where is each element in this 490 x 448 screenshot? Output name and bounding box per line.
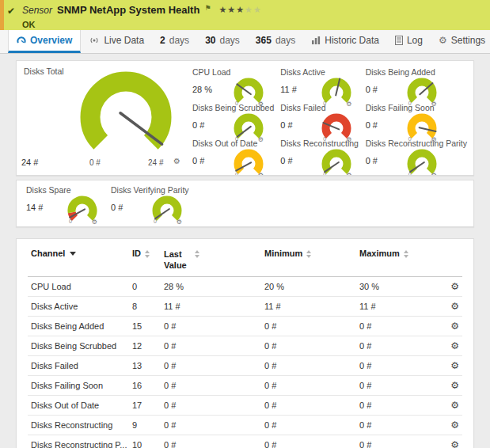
channel-settings-icon[interactable]: ⚙ — [450, 301, 459, 312]
tab-historic-data[interactable]: Historic Data — [303, 30, 387, 53]
channel-actions-cell: ⚙ — [439, 276, 462, 296]
tab-2-days[interactable]: 2 days — [152, 30, 197, 53]
channels-table: Channel ID Last Value Minimum Maximum CP… — [28, 242, 462, 448]
overview-gauge-icon — [17, 36, 26, 45]
channel-name[interactable]: Disks Being Scrubbed — [28, 336, 129, 355]
channel-name[interactable]: Disks Failed — [28, 355, 129, 375]
channel-last-value: 0 # — [161, 435, 261, 448]
gauge-settings-icon[interactable]: ⚙ — [431, 172, 436, 176]
tab-overview[interactable]: Overview — [8, 30, 81, 53]
sort-carets-icon — [306, 250, 311, 258]
channel-settings-icon[interactable]: ⚙ — [450, 281, 459, 292]
gauge-disks-spare: Disks Spare14 #0⚙ — [23, 184, 108, 223]
gauge-scale-min-label: 0 — [235, 172, 238, 176]
channel-settings-icon[interactable]: ⚙ — [450, 360, 459, 371]
gauge-scale-min-label: 0 — [323, 101, 326, 108]
gauge-settings-icon[interactable]: ⚙ — [92, 218, 97, 226]
gauge-scale-min-label: 0 — [408, 101, 412, 108]
column-header-channel[interactable]: Channel — [28, 242, 129, 276]
channel-settings-icon[interactable]: ⚙ — [450, 340, 459, 351]
gauge-disks-active: Disks Active11 #0⚙ — [277, 66, 362, 101]
gauge-settings-icon[interactable]: ⚙ — [431, 101, 436, 108]
gauge-dial: 0⚙ — [321, 78, 353, 108]
channel-name[interactable]: Disks Reconstructing — [28, 415, 129, 435]
channel-maximum: 0 # — [356, 435, 439, 448]
channel-last-value: 0 # — [161, 336, 261, 355]
gauge-settings-icon[interactable]: ⚙ — [258, 101, 264, 108]
gauge-settings-icon[interactable]: ⚙ — [346, 136, 351, 143]
gauge-settings-icon[interactable]: ⚙ — [431, 136, 436, 143]
table-header-row: Channel ID Last Value Minimum Maximum — [28, 242, 462, 276]
channel-minimum: 0 # — [261, 415, 356, 435]
gauge-settings-icon[interactable]: ⚙ — [173, 157, 180, 165]
main-gauge-scale-max: 24 # — [148, 158, 163, 167]
tab-live-data[interactable]: Live Data — [81, 30, 152, 53]
channel-id: 9 — [129, 415, 161, 435]
gauge-dial: 0⚙ — [152, 196, 184, 226]
channel-row-disks-being-scrubbed: Disks Being Scrubbed120 #0 #0 #⚙ — [28, 336, 462, 355]
channel-settings-icon[interactable]: ⚙ — [450, 439, 459, 448]
channel-name[interactable]: Disks Active — [28, 296, 129, 316]
channel-id: 0 — [129, 276, 161, 296]
tab-settings[interactable]: ⚙ Settings — [431, 30, 490, 53]
main-gauge-dial — [80, 71, 172, 166]
gauge-value: 0 # — [280, 120, 321, 130]
channel-last-value: 0 # — [161, 415, 261, 435]
priority-stars[interactable]: ★★★★★ — [218, 5, 261, 15]
channel-id: 15 — [129, 316, 161, 336]
channel-name[interactable]: Disks Out of Date — [28, 395, 129, 415]
tab-label: Log — [407, 35, 423, 46]
gauge-dial: 0⚙ — [407, 78, 439, 108]
channel-minimum: 11 # — [261, 296, 356, 316]
gauge-cpu-load: CPU Load28 %0⚙ — [189, 66, 277, 101]
column-header-maximum[interactable]: Maximum — [356, 242, 439, 276]
sensor-title: SNMP NetApp System Health — [57, 4, 199, 16]
channel-actions-cell: ⚙ — [439, 395, 462, 415]
gauge-scale-min-label: 0 — [235, 136, 238, 143]
tab-365-days[interactable]: 365 days — [248, 30, 303, 53]
column-header-minimum[interactable]: Minimum — [261, 242, 356, 276]
gauge-value: 0 # — [366, 156, 407, 165]
column-header-last-value[interactable]: Last Value — [161, 242, 261, 276]
channel-name[interactable]: Disks Failing Soon — [28, 375, 129, 395]
gauge-settings-icon[interactable]: ⚙ — [346, 172, 351, 176]
tab-30-days[interactable]: 30 days — [197, 30, 248, 53]
log-document-icon — [395, 36, 403, 45]
tab-log[interactable]: Log — [387, 30, 431, 53]
channel-actions-cell: ⚙ — [439, 355, 462, 375]
stars-filled: ★★★ — [218, 5, 245, 14]
gauge-value: 14 # — [26, 203, 67, 212]
channel-id: 8 — [129, 296, 161, 316]
channel-name[interactable]: Disks Being Added — [28, 316, 129, 336]
gauge-settings-icon[interactable]: ⚙ — [258, 136, 264, 143]
gauge-settings-icon[interactable]: ⚙ — [177, 218, 182, 226]
channel-row-disks-being-added: Disks Being Added150 #0 #0 #⚙ — [28, 316, 462, 336]
gauge-settings-icon[interactable]: ⚙ — [258, 172, 264, 176]
channel-minimum: 0 # — [261, 435, 356, 448]
channel-settings-icon[interactable]: ⚙ — [450, 420, 459, 431]
channel-actions-cell: ⚙ — [439, 316, 462, 336]
channel-settings-icon[interactable]: ⚙ — [450, 380, 459, 391]
gauge-settings-icon[interactable]: ⚙ — [346, 101, 351, 108]
ok-check-icon: ✔ — [7, 6, 15, 17]
main-gauge-title: Disks Total — [24, 66, 64, 76]
gauge-value: 0 # — [366, 120, 407, 130]
gauge-dial: 0⚙ — [234, 149, 265, 176]
channel-name[interactable]: Disks Reconstructing P... — [28, 435, 129, 448]
column-header-id[interactable]: ID — [129, 242, 161, 276]
column-header-label: Minimum — [264, 249, 302, 258]
tab-label-number: 30 — [205, 35, 215, 46]
channel-minimum: 20 % — [261, 276, 356, 296]
channel-maximum: 30 % — [356, 276, 439, 296]
channel-settings-icon[interactable]: ⚙ — [450, 321, 459, 332]
gauge-title: CPU Load — [192, 67, 274, 77]
channel-name[interactable]: CPU Load — [28, 276, 129, 296]
channel-id: 12 — [129, 336, 161, 355]
channel-id: 10 — [129, 435, 161, 448]
channels-table-panel: Channel ID Last Value Minimum Maximum CP… — [16, 238, 474, 448]
channel-settings-icon[interactable]: ⚙ — [450, 400, 459, 411]
channel-maximum: 0 # — [356, 355, 439, 375]
column-header-label: ID — [132, 249, 141, 258]
sensor-header: ✔ Sensor SNMP NetApp System Health ⚑ ★★★… — [0, 0, 490, 30]
gauge-value: 0 # — [192, 156, 234, 165]
